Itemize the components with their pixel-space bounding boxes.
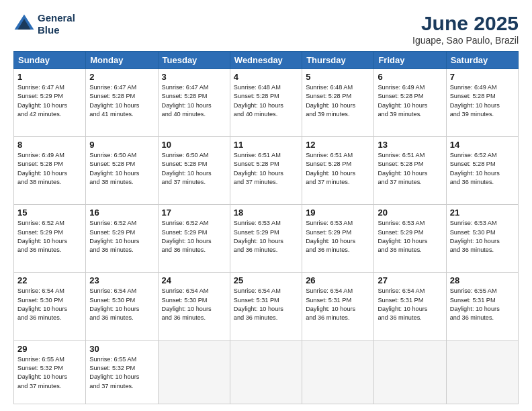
calendar-cell: 11Sunrise: 6:51 AM Sunset: 5:28 PM Dayli… xyxy=(230,137,302,205)
day-number: 3 xyxy=(162,72,226,82)
day-info: Sunrise: 6:52 AM Sunset: 5:28 PM Dayligh… xyxy=(450,151,515,187)
calendar-table: SundayMondayTuesdayWednesdayThursdayFrid… xyxy=(13,51,519,404)
logo: General Blue xyxy=(13,12,75,36)
day-number: 7 xyxy=(450,72,515,82)
calendar-cell: 19Sunrise: 6:53 AM Sunset: 5:29 PM Dayli… xyxy=(302,205,374,273)
day-info: Sunrise: 6:51 AM Sunset: 5:28 PM Dayligh… xyxy=(378,151,442,187)
calendar-cell xyxy=(230,340,302,404)
logo-text: General Blue xyxy=(38,12,75,36)
day-info: Sunrise: 6:54 AM Sunset: 5:31 PM Dayligh… xyxy=(306,287,370,322)
day-info: Sunrise: 6:49 AM Sunset: 5:28 PM Dayligh… xyxy=(17,151,82,187)
page: General Blue June 2025 Iguape, Sao Paulo… xyxy=(0,0,532,411)
weekday-header-sunday: Sunday xyxy=(14,52,86,69)
day-number: 6 xyxy=(378,72,442,82)
day-info: Sunrise: 6:54 AM Sunset: 5:30 PM Dayligh… xyxy=(162,287,226,322)
calendar-cell: 23Sunrise: 6:54 AM Sunset: 5:30 PM Dayli… xyxy=(86,273,158,340)
calendar-cell: 6Sunrise: 6:49 AM Sunset: 5:28 PM Daylig… xyxy=(374,69,446,137)
day-number: 10 xyxy=(162,140,226,150)
day-number: 22 xyxy=(17,275,82,285)
calendar-cell: 14Sunrise: 6:52 AM Sunset: 5:28 PM Dayli… xyxy=(446,137,518,205)
day-number: 8 xyxy=(17,140,82,150)
calendar-cell: 27Sunrise: 6:54 AM Sunset: 5:31 PM Dayli… xyxy=(374,273,446,340)
logo-line2: Blue xyxy=(38,24,75,36)
day-number: 12 xyxy=(306,140,370,150)
calendar-week-row: 8Sunrise: 6:49 AM Sunset: 5:28 PM Daylig… xyxy=(14,137,519,205)
day-number: 14 xyxy=(450,140,515,150)
day-number: 25 xyxy=(234,275,298,285)
day-number: 1 xyxy=(17,72,82,82)
calendar-cell: 16Sunrise: 6:52 AM Sunset: 5:29 PM Dayli… xyxy=(86,205,158,273)
day-number: 26 xyxy=(306,275,370,285)
calendar-week-row: 1Sunrise: 6:47 AM Sunset: 5:29 PM Daylig… xyxy=(14,69,519,137)
calendar-cell: 8Sunrise: 6:49 AM Sunset: 5:28 PM Daylig… xyxy=(14,137,86,205)
day-number: 11 xyxy=(234,140,298,150)
day-info: Sunrise: 6:47 AM Sunset: 5:29 PM Dayligh… xyxy=(17,83,82,119)
day-info: Sunrise: 6:54 AM Sunset: 5:30 PM Dayligh… xyxy=(17,287,82,322)
day-info: Sunrise: 6:54 AM Sunset: 5:31 PM Dayligh… xyxy=(378,287,442,322)
day-number: 29 xyxy=(17,344,82,354)
calendar-cell: 4Sunrise: 6:48 AM Sunset: 5:28 PM Daylig… xyxy=(230,69,302,137)
day-number: 28 xyxy=(450,275,515,285)
calendar-cell: 17Sunrise: 6:52 AM Sunset: 5:29 PM Dayli… xyxy=(158,205,230,273)
calendar-cell: 5Sunrise: 6:48 AM Sunset: 5:28 PM Daylig… xyxy=(302,69,374,137)
day-info: Sunrise: 6:49 AM Sunset: 5:28 PM Dayligh… xyxy=(378,83,442,119)
day-number: 19 xyxy=(306,208,370,218)
day-number: 24 xyxy=(162,275,226,285)
day-info: Sunrise: 6:55 AM Sunset: 5:32 PM Dayligh… xyxy=(17,355,82,391)
day-info: Sunrise: 6:53 AM Sunset: 5:29 PM Dayligh… xyxy=(306,219,370,255)
title-area: June 2025 Iguape, Sao Paulo, Brazil xyxy=(412,12,519,46)
weekday-header-thursday: Thursday xyxy=(302,52,374,69)
day-number: 13 xyxy=(378,140,442,150)
weekday-header-row: SundayMondayTuesdayWednesdayThursdayFrid… xyxy=(14,52,519,69)
calendar-cell xyxy=(446,340,518,404)
weekday-header-monday: Monday xyxy=(86,52,158,69)
calendar-week-row: 15Sunrise: 6:52 AM Sunset: 5:29 PM Dayli… xyxy=(14,205,519,273)
day-number: 15 xyxy=(17,208,82,218)
calendar-week-row: 22Sunrise: 6:54 AM Sunset: 5:30 PM Dayli… xyxy=(14,273,519,340)
day-number: 5 xyxy=(306,72,370,82)
calendar-cell: 26Sunrise: 6:54 AM Sunset: 5:31 PM Dayli… xyxy=(302,273,374,340)
day-number: 9 xyxy=(89,140,154,150)
day-number: 20 xyxy=(378,208,442,218)
day-info: Sunrise: 6:52 AM Sunset: 5:29 PM Dayligh… xyxy=(89,219,154,255)
calendar-cell: 25Sunrise: 6:54 AM Sunset: 5:31 PM Dayli… xyxy=(230,273,302,340)
month-title: June 2025 xyxy=(412,12,519,35)
day-info: Sunrise: 6:53 AM Sunset: 5:29 PM Dayligh… xyxy=(378,219,442,255)
calendar-cell: 7Sunrise: 6:49 AM Sunset: 5:28 PM Daylig… xyxy=(446,69,518,137)
day-info: Sunrise: 6:49 AM Sunset: 5:28 PM Dayligh… xyxy=(450,83,515,119)
calendar-cell: 22Sunrise: 6:54 AM Sunset: 5:30 PM Dayli… xyxy=(14,273,86,340)
calendar-cell: 12Sunrise: 6:51 AM Sunset: 5:28 PM Dayli… xyxy=(302,137,374,205)
day-info: Sunrise: 6:48 AM Sunset: 5:28 PM Dayligh… xyxy=(306,83,370,119)
calendar-cell: 18Sunrise: 6:53 AM Sunset: 5:29 PM Dayli… xyxy=(230,205,302,273)
location: Iguape, Sao Paulo, Brazil xyxy=(412,35,519,46)
calendar-week-row: 29Sunrise: 6:55 AM Sunset: 5:32 PM Dayli… xyxy=(14,340,519,404)
day-number: 17 xyxy=(162,208,226,218)
calendar-cell: 13Sunrise: 6:51 AM Sunset: 5:28 PM Dayli… xyxy=(374,137,446,205)
calendar-cell: 9Sunrise: 6:50 AM Sunset: 5:28 PM Daylig… xyxy=(86,137,158,205)
calendar-cell: 30Sunrise: 6:55 AM Sunset: 5:32 PM Dayli… xyxy=(86,340,158,404)
day-number: 18 xyxy=(234,208,298,218)
day-number: 16 xyxy=(89,208,154,218)
calendar-cell xyxy=(302,340,374,404)
day-info: Sunrise: 6:54 AM Sunset: 5:31 PM Dayligh… xyxy=(234,287,298,322)
weekday-header-saturday: Saturday xyxy=(446,52,518,69)
day-info: Sunrise: 6:51 AM Sunset: 5:28 PM Dayligh… xyxy=(306,151,370,187)
calendar-cell: 10Sunrise: 6:50 AM Sunset: 5:28 PM Dayli… xyxy=(158,137,230,205)
calendar-cell: 1Sunrise: 6:47 AM Sunset: 5:29 PM Daylig… xyxy=(14,69,86,137)
day-info: Sunrise: 6:55 AM Sunset: 5:31 PM Dayligh… xyxy=(450,287,515,322)
calendar-cell xyxy=(158,340,230,404)
logo-line1: General xyxy=(38,12,75,24)
day-number: 30 xyxy=(89,344,154,354)
calendar-cell: 3Sunrise: 6:47 AM Sunset: 5:28 PM Daylig… xyxy=(158,69,230,137)
day-info: Sunrise: 6:54 AM Sunset: 5:30 PM Dayligh… xyxy=(89,287,154,322)
day-number: 27 xyxy=(378,275,442,285)
weekday-header-wednesday: Wednesday xyxy=(230,52,302,69)
day-number: 21 xyxy=(450,208,515,218)
day-info: Sunrise: 6:55 AM Sunset: 5:32 PM Dayligh… xyxy=(89,355,154,391)
day-number: 2 xyxy=(89,72,154,82)
day-info: Sunrise: 6:48 AM Sunset: 5:28 PM Dayligh… xyxy=(234,83,298,119)
weekday-header-tuesday: Tuesday xyxy=(158,52,230,69)
calendar-cell: 29Sunrise: 6:55 AM Sunset: 5:32 PM Dayli… xyxy=(14,340,86,404)
logo-icon xyxy=(13,13,35,35)
header: General Blue June 2025 Iguape, Sao Paulo… xyxy=(13,12,519,46)
